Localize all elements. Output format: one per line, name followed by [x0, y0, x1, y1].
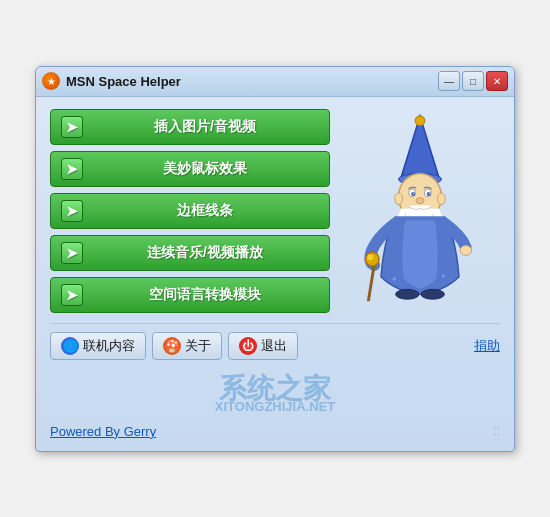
- svg-point-20: [438, 193, 446, 205]
- insert-media-label: 插入图片/音视频: [91, 118, 319, 136]
- svg-point-2: [415, 116, 425, 126]
- music-video-label: 连续音乐/视频播放: [91, 244, 319, 262]
- resize-grip[interactable]: ::: [493, 424, 500, 438]
- close-button[interactable]: ✕: [486, 71, 508, 91]
- svg-line-11: [368, 265, 374, 301]
- mouse-effect-button[interactable]: ➤ 美妙鼠标效果: [50, 151, 330, 187]
- online-content-label: 联机内容: [83, 337, 135, 355]
- arrow-icon: ➤: [61, 158, 83, 180]
- border-line-button[interactable]: ➤ 边框线条: [50, 193, 330, 229]
- app-icon: [42, 72, 60, 90]
- about-icon: 🍄: [163, 337, 181, 355]
- title-bar: MSN Space Helper — □ ✕: [36, 67, 514, 97]
- exit-label: 退出: [261, 337, 287, 355]
- language-convert-label: 空间语言转换模块: [91, 286, 319, 304]
- language-convert-button[interactable]: ➤ 空间语言转换模块: [50, 277, 330, 313]
- window-body: ➤ 插入图片/音视频 ➤ 美妙鼠标效果 ➤ 边框线条 ➤ 连续音乐/视频播放 ➤: [36, 97, 514, 451]
- mouse-effect-label: 美妙鼠标效果: [91, 160, 319, 178]
- powered-by-link[interactable]: Powered By Gerry: [50, 424, 156, 439]
- donate-link[interactable]: 捐助: [474, 337, 500, 355]
- maximize-button[interactable]: □: [462, 71, 484, 91]
- window-title: MSN Space Helper: [66, 74, 438, 89]
- svg-point-7: [427, 192, 431, 196]
- about-button[interactable]: 🍄 关于: [152, 332, 222, 360]
- music-video-button[interactable]: ➤ 连续音乐/视频播放: [50, 235, 330, 271]
- footer-row: Powered By Gerry ::: [50, 420, 500, 439]
- arrow-icon: ➤: [61, 284, 83, 306]
- svg-point-14: [460, 246, 472, 256]
- about-label: 关于: [185, 337, 211, 355]
- svg-point-8: [413, 193, 414, 194]
- svg-point-19: [395, 193, 403, 205]
- svg-text:✦: ✦: [440, 272, 447, 281]
- minimize-button[interactable]: —: [438, 71, 460, 91]
- content-area: ➤ 插入图片/音视频 ➤ 美妙鼠标效果 ➤ 边框线条 ➤ 连续音乐/视频播放 ➤: [50, 109, 500, 313]
- svg-text:✦: ✦: [391, 275, 398, 284]
- online-icon: 🌐: [61, 337, 79, 355]
- bottom-bar: 🌐 联机内容 🍄 关于 ⏻ 退出 捐助 系统之家 XITONGZHIJIA.NE…: [50, 323, 500, 439]
- online-content-button[interactable]: 🌐 联机内容: [50, 332, 146, 360]
- action-buttons-row: 🌐 联机内容 🍄 关于 ⏻ 退出 捐助: [50, 332, 500, 360]
- main-window: MSN Space Helper — □ ✕ ➤ 插入图片/音视频 ➤ 美妙鼠标…: [35, 66, 515, 452]
- svg-point-13: [367, 254, 373, 260]
- wizard-image: ✦ ✦: [340, 109, 500, 309]
- svg-point-18: [421, 289, 444, 299]
- exit-icon: ⏻: [239, 337, 257, 355]
- watermark-area: 系统之家 XITONGZHIJIA.NET: [50, 366, 500, 416]
- arrow-icon: ➤: [61, 116, 83, 138]
- svg-point-17: [396, 289, 419, 299]
- svg-point-6: [411, 192, 415, 196]
- watermark-en: XITONGZHIJIA.NET: [215, 399, 335, 414]
- insert-media-button[interactable]: ➤ 插入图片/音视频: [50, 109, 330, 145]
- arrow-icon: ➤: [61, 242, 83, 264]
- window-controls: — □ ✕: [438, 71, 508, 91]
- menu-buttons-column: ➤ 插入图片/音视频 ➤ 美妙鼠标效果 ➤ 边框线条 ➤ 连续音乐/视频播放 ➤: [50, 109, 330, 313]
- arrow-icon: ➤: [61, 200, 83, 222]
- border-line-label: 边框线条: [91, 202, 319, 220]
- svg-point-10: [416, 198, 424, 204]
- svg-point-9: [429, 193, 430, 194]
- exit-button[interactable]: ⏻ 退出: [228, 332, 298, 360]
